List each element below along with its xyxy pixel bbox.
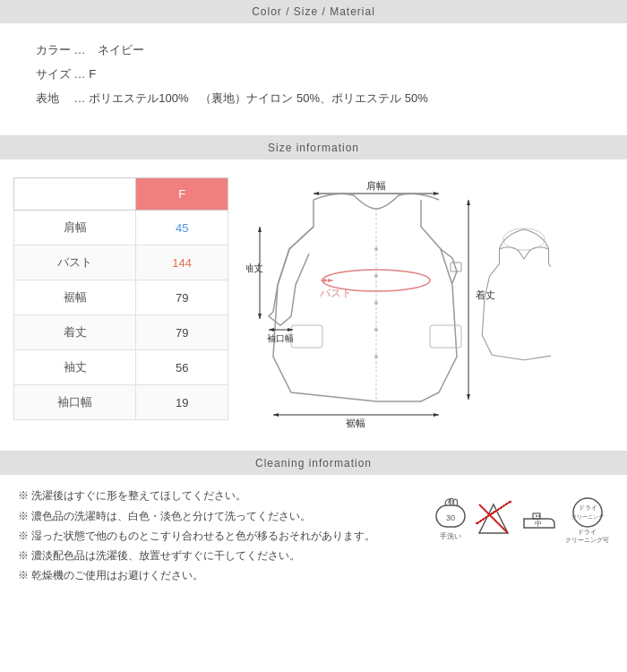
svg-point-8 bbox=[374, 274, 378, 278]
svg-text:中: 中 bbox=[535, 520, 542, 528]
coat-diagram: 肩幅 bbox=[246, 177, 551, 428]
svg-point-11 bbox=[374, 355, 378, 358]
svg-point-27 bbox=[503, 228, 545, 250]
table-label: 着丈 bbox=[14, 315, 136, 350]
size-header: Size information bbox=[0, 136, 627, 159]
svg-point-36 bbox=[573, 498, 602, 527]
table-value: 19 bbox=[136, 385, 228, 420]
dry-clean-icon: ドライ クリーニング ドライクリーニング可 bbox=[565, 493, 609, 544]
table-label: バスト bbox=[14, 246, 136, 280]
cleaning-notes: 洗濯後はすぐに形を整えてほしてください。濃色品の洗濯時は、白色・淡色と分けて洗っ… bbox=[18, 488, 415, 588]
size-diagram: 肩幅 bbox=[246, 177, 614, 428]
svg-text:袖丈: 袖丈 bbox=[246, 263, 263, 273]
table-empty-header bbox=[14, 178, 136, 211]
material-info: 表地 … ポリエステル100% （裏地）ナイロン 50%、ポリエステル 50% bbox=[36, 90, 591, 108]
svg-point-34 bbox=[536, 515, 537, 517]
svg-text:肩幅: 肩幅 bbox=[366, 180, 386, 191]
svg-point-9 bbox=[374, 301, 378, 305]
iron-medium-icon: 中 bbox=[519, 501, 558, 537]
no-bleach-icon bbox=[476, 501, 511, 537]
table-value: 79 bbox=[136, 315, 228, 350]
svg-text:バスト: バスト bbox=[319, 287, 352, 299]
table-value: 144 bbox=[136, 246, 228, 280]
cleaning-header: Cleaning information bbox=[0, 452, 627, 475]
csm-header: Color / Size / Material bbox=[0, 0, 627, 23]
cleaning-icons: 30 手洗い bbox=[433, 493, 609, 544]
table-label: 裾幅 bbox=[14, 280, 136, 315]
table-value: 56 bbox=[136, 350, 228, 385]
table-value: 45 bbox=[136, 211, 228, 246]
svg-text:クリーニング: クリーニング bbox=[571, 514, 605, 520]
table-label: 袖丈 bbox=[14, 350, 136, 385]
svg-line-31 bbox=[479, 504, 508, 533]
svg-text:袖口幅: 袖口幅 bbox=[267, 333, 294, 343]
size-info: サイズ … F bbox=[36, 65, 591, 84]
size-table: F 肩幅45バスト144裾幅79着丈79袖丈56袖口幅19 bbox=[13, 177, 228, 420]
cleaning-section: 洗濯後はすぐに形を整えてほしてください。濃色品の洗濯時は、白色・淡色と分けて洗っ… bbox=[0, 475, 627, 606]
csm-section: カラー … ネイビー サイズ … F 表地 … ポリエステル100% （裏地）ナ… bbox=[0, 23, 627, 136]
color-info: カラー … ネイビー bbox=[36, 41, 591, 60]
svg-point-35 bbox=[538, 515, 540, 517]
cleaning-note: 洗濯後はすぐに形を整えてほしてください。 bbox=[18, 488, 415, 504]
cleaning-note: 乾燥機のご使用はお避けください。 bbox=[18, 568, 415, 583]
svg-point-7 bbox=[374, 247, 378, 251]
cleaning-content: 洗濯後はすぐに形を整えてほしてください。濃色品の洗濯時は、白色・淡色と分けて洗っ… bbox=[18, 488, 609, 588]
svg-text:30: 30 bbox=[446, 513, 455, 522]
svg-rect-12 bbox=[291, 325, 322, 348]
svg-text:裾幅: 裾幅 bbox=[346, 418, 365, 428]
cleaning-note: 湿った状態で他のものとこすり合わせると色が移るおそれがあります。 bbox=[18, 529, 415, 544]
table-label: 肩幅 bbox=[14, 211, 136, 246]
size-content: F 肩幅45バスト144裾幅79着丈79袖丈56袖口幅19 bbox=[13, 177, 614, 428]
svg-point-10 bbox=[374, 328, 378, 332]
svg-text:ドライ: ドライ bbox=[578, 504, 597, 511]
handwash-icon: 30 手洗い bbox=[433, 496, 468, 541]
size-section: F 肩幅45バスト144裾幅79着丈79袖丈56袖口幅19 bbox=[0, 159, 627, 452]
table-label: 袖口幅 bbox=[14, 385, 136, 420]
table-size-header: F bbox=[136, 178, 228, 211]
table-value: 79 bbox=[136, 280, 228, 315]
cleaning-note: 濃淡配色品は洗濯後、放置せずすぐに干してください。 bbox=[18, 548, 415, 564]
cleaning-note: 濃色品の洗濯時は、白色・淡色と分けて洗ってください。 bbox=[18, 509, 415, 524]
